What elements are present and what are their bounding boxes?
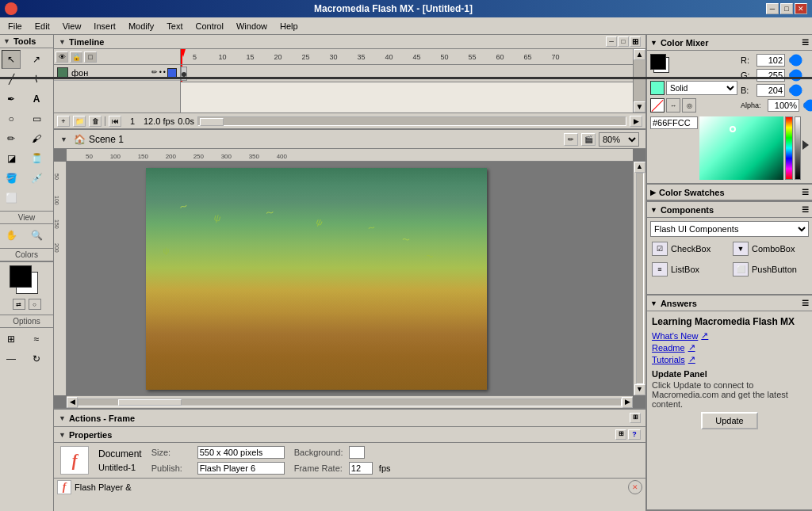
vscroll-track[interactable] xyxy=(634,60,645,101)
color-swatches-header[interactable]: ▶ Color Swatches ☰ xyxy=(647,185,812,200)
no-stroke-swatch[interactable] xyxy=(650,98,665,112)
alpha-slider[interactable] xyxy=(802,101,812,109)
stage-vscroll[interactable]: ▲ ▼ xyxy=(633,162,645,395)
option-snap[interactable]: ⊞ xyxy=(2,330,21,349)
layer-visible-icon[interactable]: ✏ xyxy=(151,68,158,78)
vscroll-track-stage[interactable] xyxy=(636,173,644,384)
tool-line[interactable]: ╱ xyxy=(2,70,21,89)
fill-preview-swatch[interactable] xyxy=(650,81,665,95)
scene-edit-icon[interactable]: ✏ xyxy=(564,133,578,146)
vscroll-up-stage[interactable]: ▲ xyxy=(634,162,645,173)
r-value[interactable] xyxy=(756,54,785,67)
tool-text[interactable]: A xyxy=(27,90,46,109)
tool-oval[interactable]: ○ xyxy=(2,109,21,128)
hscroll-right[interactable]: ▶ xyxy=(622,397,633,408)
update-button[interactable]: Update xyxy=(701,412,757,429)
size-input[interactable] xyxy=(197,446,285,459)
stage-hscroll[interactable]: ◀ ▶ xyxy=(67,395,633,408)
option-straighten[interactable]: — xyxy=(2,349,21,368)
scene-bar-collapse[interactable]: ▼ xyxy=(60,135,67,143)
g-value[interactable] xyxy=(756,69,785,82)
warning-icon[interactable]: ✕ xyxy=(628,480,642,494)
components-type-select[interactable]: Flash UI Components xyxy=(650,221,809,237)
prev-frame-btn[interactable]: ⏮ xyxy=(109,116,121,127)
menu-edit[interactable]: Edit xyxy=(29,20,56,32)
tool-rect[interactable]: ▭ xyxy=(27,109,46,128)
hue-bar[interactable] xyxy=(785,116,793,180)
tool-bucket[interactable]: 🪣 xyxy=(2,169,21,188)
menu-view[interactable]: View xyxy=(56,20,88,32)
tool-zoom[interactable]: 🔍 xyxy=(27,226,46,245)
comp-combobox[interactable]: ▼ ComboBox xyxy=(731,240,809,257)
menu-control[interactable]: Control xyxy=(189,20,229,32)
default-colors-btn[interactable]: ○ xyxy=(29,299,41,310)
alpha-value[interactable] xyxy=(768,99,799,112)
color-swatches-menu[interactable]: ☰ xyxy=(802,188,809,196)
color-spectrum[interactable] xyxy=(699,116,783,180)
timeline-hscroll[interactable] xyxy=(197,116,626,126)
actions-options[interactable]: ⊞ xyxy=(630,413,641,423)
cm-btn1[interactable]: ↔ xyxy=(666,98,680,112)
cm-btn2[interactable]: ◎ xyxy=(682,98,696,112)
fill-type-select[interactable]: Solid xyxy=(666,81,737,95)
timeline-collapse-arrow[interactable]: ▼ xyxy=(59,38,66,46)
menu-text[interactable]: Text xyxy=(160,20,189,32)
timeline-minimize[interactable]: ─ xyxy=(606,36,617,47)
layer-lock-icon[interactable]: • xyxy=(159,68,162,78)
tools-collapse-arrow[interactable]: ▼ xyxy=(3,37,10,45)
layer-name[interactable]: фон xyxy=(71,68,88,78)
hscroll-thumb[interactable] xyxy=(118,399,182,406)
option-smooth[interactable]: ≈ xyxy=(27,330,46,349)
actions-collapse-arrow[interactable]: ▼ xyxy=(59,414,66,422)
publish-input[interactable] xyxy=(197,462,285,475)
timeline-maximize[interactable]: □ xyxy=(618,36,629,47)
hscroll-left[interactable]: ◀ xyxy=(67,397,78,408)
tool-arrow[interactable]: ↖ xyxy=(2,50,21,69)
menu-file[interactable]: File xyxy=(2,20,29,32)
scroll-right-btn[interactable]: ▶ xyxy=(630,116,642,127)
comp-pushbutton[interactable]: ⬜ PushButton xyxy=(731,261,809,278)
menu-insert[interactable]: Insert xyxy=(87,20,122,32)
fill-color-box[interactable] xyxy=(10,265,32,288)
tool-fill-transform[interactable]: ◪ xyxy=(2,149,21,168)
lock-all-icon[interactable]: 🔒 xyxy=(70,51,82,63)
vscroll-down-stage[interactable]: ▼ xyxy=(634,384,645,395)
hscroll-thumb[interactable] xyxy=(200,118,224,126)
tutorials-link[interactable]: Tutorials ↗ xyxy=(652,354,807,364)
tool-brush[interactable]: 🖌 xyxy=(27,129,46,148)
b-value[interactable] xyxy=(756,84,785,97)
readme-link[interactable]: Readme ↗ xyxy=(652,342,807,353)
add-folder-btn[interactable]: 📁 xyxy=(73,116,86,127)
vscroll-up[interactable]: ▲ xyxy=(634,49,645,60)
menu-help[interactable]: Help xyxy=(274,20,304,32)
tool-ink-bottle[interactable]: 🫙 xyxy=(27,149,46,168)
comp-listbox[interactable]: ≡ ListBox xyxy=(650,261,728,278)
components-header[interactable]: ▼ Components ☰ xyxy=(647,202,812,218)
tool-eraser[interactable]: ⬜ xyxy=(2,189,21,208)
tool-pencil[interactable]: ✏ xyxy=(2,129,21,148)
color-mixer-menu[interactable]: ☰ xyxy=(802,38,809,47)
answers-menu[interactable]: ☰ xyxy=(802,299,809,307)
fill-swatch[interactable] xyxy=(650,54,666,70)
props-options[interactable]: ⊞ xyxy=(615,429,626,440)
bg-color-swatch[interactable] xyxy=(349,446,365,459)
layer-outline-icon[interactable]: • xyxy=(163,68,166,78)
tool-lasso[interactable]: ⌇ xyxy=(27,70,46,89)
fps-input[interactable] xyxy=(349,462,373,475)
color-mixer-header[interactable]: ▼ Color Mixer ☰ xyxy=(647,35,812,51)
props-collapse-arrow[interactable]: ▼ xyxy=(59,431,66,439)
zoom-select[interactable]: 80% 100% 50% xyxy=(599,132,639,147)
stage-white[interactable]: 〜 ψ 〜 ψ 〜 〜 ψ 〜 xyxy=(146,168,487,390)
tool-subselect[interactable]: ↗ xyxy=(27,50,46,69)
maximize-button[interactable]: □ xyxy=(780,3,793,14)
brightness-bar[interactable] xyxy=(795,116,800,180)
timeline-close[interactable]: ⊞ xyxy=(630,36,641,47)
vscroll-down[interactable]: ▼ xyxy=(634,101,645,112)
components-menu[interactable]: ☰ xyxy=(802,205,809,214)
whats-new-link[interactable]: What's New ↗ xyxy=(652,330,807,341)
close-button[interactable]: ✕ xyxy=(795,3,807,14)
tool-eyedropper[interactable]: 💉 xyxy=(27,169,46,188)
minimize-button[interactable]: ─ xyxy=(766,3,779,14)
menu-window[interactable]: Window xyxy=(230,20,274,32)
swap-colors-btn[interactable]: ⇄ xyxy=(13,299,25,310)
